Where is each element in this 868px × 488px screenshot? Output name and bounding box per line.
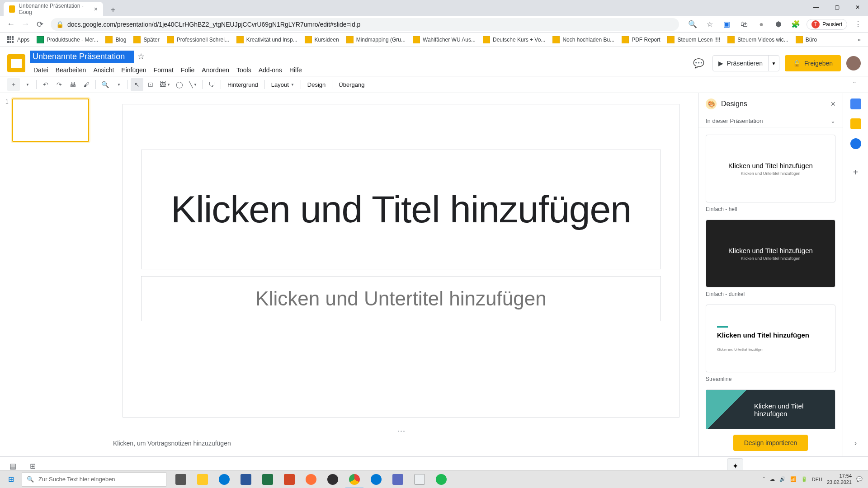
menu-datei[interactable]: Datei bbox=[30, 65, 52, 75]
edge-icon[interactable] bbox=[213, 470, 235, 488]
slides-logo-icon[interactable] bbox=[7, 54, 25, 72]
back-button[interactable]: ← bbox=[4, 17, 18, 32]
print-button[interactable]: 🖶 bbox=[66, 78, 79, 91]
user-avatar[interactable] bbox=[846, 56, 861, 70]
calendar-icon[interactable] bbox=[850, 99, 861, 109]
tray-volume-icon[interactable]: 🔊 bbox=[779, 476, 786, 482]
theme-card-streamline[interactable]: Klicken und Titel hinzufügen Klicken und… bbox=[706, 305, 835, 372]
start-button[interactable]: ⊞ bbox=[0, 470, 22, 488]
new-tab-button[interactable]: + bbox=[107, 4, 119, 16]
add-addon-icon[interactable]: + bbox=[853, 167, 859, 178]
menu-bearbeiten[interactable]: Bearbeiten bbox=[52, 65, 90, 75]
tray-battery-icon[interactable]: 🔋 bbox=[801, 476, 807, 482]
bookmark-item[interactable]: Steuern Videos wic... bbox=[724, 34, 792, 45]
file-explorer-icon[interactable] bbox=[192, 470, 213, 488]
transition-button[interactable]: Übergang bbox=[335, 78, 368, 91]
present-dropdown-icon[interactable]: ▼ bbox=[768, 56, 779, 71]
subtitle-placeholder[interactable]: Klicken und Untertitel hinzufügen bbox=[141, 276, 661, 321]
shape-tool[interactable]: ◯ bbox=[173, 78, 186, 91]
bookmark-item[interactable]: Mindmapping (Gru... bbox=[343, 34, 409, 45]
menu-addons[interactable]: Add-ons bbox=[255, 65, 286, 75]
zoom-icon[interactable]: 🔍 bbox=[686, 18, 699, 31]
browser-tab[interactable]: Unbenannte Präsentation - Goog × bbox=[4, 2, 103, 16]
url-input[interactable]: 🔒 docs.google.com/presentation/d/1je40CL… bbox=[51, 18, 679, 31]
edge-new-icon[interactable] bbox=[365, 470, 387, 488]
excel-icon[interactable] bbox=[257, 470, 278, 488]
obs-icon[interactable] bbox=[322, 470, 344, 488]
tray-cloud-icon[interactable]: ☁ bbox=[770, 476, 775, 482]
bookmark-item[interactable]: Noch hochladen Bu... bbox=[549, 34, 618, 45]
extension-icon-4[interactable]: ⬢ bbox=[772, 18, 785, 31]
close-window-button[interactable]: ✕ bbox=[847, 0, 868, 14]
redo-button[interactable]: ↷ bbox=[53, 78, 66, 91]
menu-einfuegen[interactable]: Einfügen bbox=[118, 65, 150, 75]
designs-section-header[interactable]: In dieser Präsentation ⌄ bbox=[698, 115, 843, 127]
notepad-icon[interactable] bbox=[409, 470, 430, 488]
task-view-icon[interactable] bbox=[170, 470, 192, 488]
slide-canvas[interactable]: Klicken und Titel hinzufügen Klicken und… bbox=[123, 104, 679, 417]
comment-tool[interactable]: 🗨 bbox=[205, 78, 218, 91]
powerpoint-icon[interactable] bbox=[278, 470, 300, 488]
layout-button[interactable]: Layout▼ bbox=[268, 78, 298, 91]
forward-button[interactable]: → bbox=[18, 17, 33, 32]
zoom-button[interactable]: 🔍 bbox=[99, 78, 111, 91]
extension-icon-3[interactable]: ● bbox=[755, 18, 768, 31]
taskbar-search[interactable]: 🔍 Zur Suche Text hier eingeben bbox=[22, 472, 166, 487]
tasks-icon[interactable] bbox=[850, 138, 861, 149]
bookmarks-overflow[interactable]: » bbox=[854, 35, 864, 45]
expand-side-icon[interactable]: › bbox=[854, 439, 857, 447]
slide-thumbnail[interactable] bbox=[12, 99, 89, 142]
theme-card-dark[interactable]: Klicken und Titel hinzufügen Klicken und… bbox=[706, 220, 835, 287]
extension-icon-2[interactable]: 🛍 bbox=[738, 18, 750, 31]
bookmark-item[interactable]: Büro bbox=[792, 34, 821, 45]
menu-format[interactable]: Format bbox=[150, 65, 177, 75]
profile-paused-badge[interactable]: T Pausiert bbox=[807, 19, 847, 30]
tab-close-icon[interactable]: × bbox=[94, 5, 98, 13]
import-design-button[interactable]: Design importieren bbox=[733, 435, 808, 451]
zoom-dropdown[interactable]: ▼ bbox=[112, 78, 125, 91]
line-tool[interactable]: ╲▼ bbox=[187, 78, 199, 91]
select-tool[interactable]: ↖ bbox=[131, 78, 143, 91]
new-slide-button[interactable]: + bbox=[7, 78, 20, 91]
firefox-icon[interactable] bbox=[300, 470, 322, 488]
share-button[interactable]: 🔒 Freigeben bbox=[785, 55, 841, 71]
menu-ansicht[interactable]: Ansicht bbox=[90, 65, 118, 75]
keep-icon[interactable] bbox=[850, 118, 861, 129]
bookmark-item[interactable]: Steuern Lesen !!!! bbox=[664, 34, 724, 45]
maximize-button[interactable]: ▢ bbox=[826, 0, 847, 14]
reload-button[interactable]: ⟳ bbox=[33, 17, 47, 32]
spotify-icon[interactable] bbox=[430, 470, 452, 488]
undo-button[interactable]: ↶ bbox=[39, 78, 52, 91]
title-placeholder[interactable]: Klicken und Titel hinzufügen bbox=[141, 150, 661, 269]
new-slide-dropdown[interactable]: ▼ bbox=[21, 78, 33, 91]
bookmark-item[interactable]: Blog bbox=[102, 34, 130, 45]
close-panel-icon[interactable]: × bbox=[830, 99, 835, 109]
comments-icon[interactable]: 💬 bbox=[691, 55, 707, 71]
bookmark-item[interactable]: Professionell Schrei... bbox=[163, 34, 233, 45]
textbox-tool[interactable]: ⊡ bbox=[144, 78, 157, 91]
bookmark-item[interactable]: Kreativität und Insp... bbox=[233, 34, 301, 45]
paint-format-button[interactable]: 🖌 bbox=[80, 78, 93, 91]
menu-folie[interactable]: Folie bbox=[177, 65, 198, 75]
extension-icon[interactable]: ▣ bbox=[721, 18, 733, 31]
speaker-notes[interactable]: Klicken, um Vortragsnotizen hinzuzufügen bbox=[104, 434, 698, 456]
bookmark-item[interactable]: PDF Report bbox=[618, 34, 664, 45]
menu-hilfe[interactable]: Hilfe bbox=[286, 65, 306, 75]
star-bookmark-icon[interactable]: ☆ bbox=[703, 18, 716, 31]
minimize-button[interactable]: — bbox=[806, 0, 826, 14]
star-icon[interactable]: ☆ bbox=[137, 52, 145, 61]
browser-menu-icon[interactable]: ⋮ bbox=[852, 18, 864, 31]
tray-notifications-icon[interactable]: 💬 bbox=[856, 476, 863, 482]
menu-anordnen[interactable]: Anordnen bbox=[198, 65, 233, 75]
tray-wifi-icon[interactable]: 📶 bbox=[790, 476, 797, 482]
bookmark-item[interactable]: Deutsche Kurs + Vo... bbox=[479, 34, 549, 45]
image-tool[interactable]: 🖼▼ bbox=[158, 78, 172, 91]
theme-card-light[interactable]: Klicken und Titel hinzufügen Klicken und… bbox=[706, 135, 835, 202]
tray-chevron-icon[interactable]: ˄ bbox=[763, 476, 765, 482]
word-icon[interactable] bbox=[235, 470, 257, 488]
bookmark-item[interactable]: Später bbox=[130, 34, 163, 45]
bookmark-apps[interactable]: Apps bbox=[4, 34, 33, 45]
bookmark-item[interactable]: Produktsuche - Mer... bbox=[33, 34, 102, 45]
theme-card-focus[interactable]: Klicken und Titel hinzufügen bbox=[706, 389, 835, 429]
collapse-toolbar-icon[interactable]: ˆ bbox=[848, 78, 861, 91]
